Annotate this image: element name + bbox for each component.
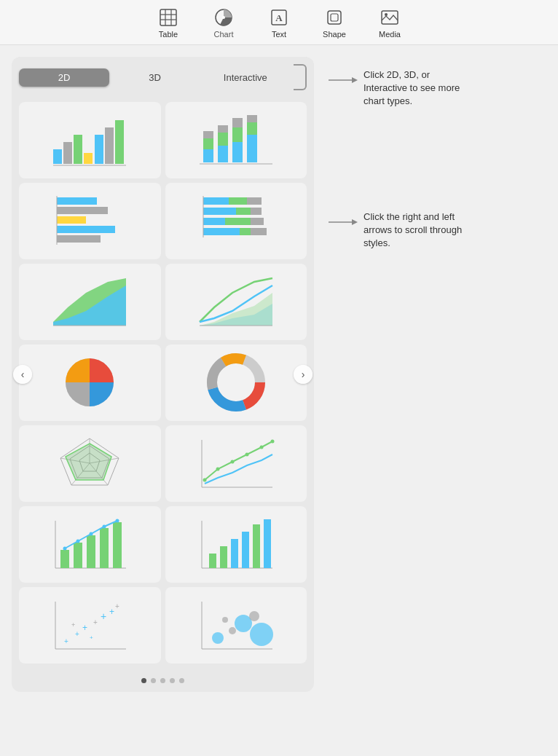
svg-marker-121 (352, 219, 358, 225)
svg-point-74 (216, 468, 219, 471)
svg-rect-37 (57, 226, 115, 233)
toolbar-shape[interactable]: Shape (317, 7, 352, 39)
svg-rect-81 (60, 550, 69, 568)
svg-rect-22 (203, 138, 213, 149)
tab-interactive[interactable]: Interactive (200, 68, 291, 87)
svg-rect-19 (115, 120, 124, 164)
svg-rect-36 (57, 216, 86, 224)
svg-marker-119 (352, 77, 358, 83)
svg-rect-41 (229, 197, 247, 205)
toolbar-table[interactable]: Table (151, 7, 186, 39)
svg-point-88 (90, 532, 93, 536)
chart-grouped-bar[interactable] (19, 102, 161, 178)
svg-point-12 (385, 13, 388, 16)
svg-point-116 (250, 623, 273, 646)
svg-rect-50 (240, 228, 251, 235)
toolbar-media-label: Media (379, 30, 401, 39)
chart-stacked-bar[interactable] (165, 102, 307, 178)
svg-rect-83 (87, 535, 95, 568)
chart-radar[interactable] (19, 425, 161, 502)
svg-point-112 (212, 632, 224, 644)
svg-rect-93 (209, 554, 216, 568)
svg-rect-13 (53, 149, 62, 164)
svg-rect-26 (218, 125, 228, 133)
chart-mixed-bar-line[interactable] (19, 506, 161, 583)
svg-point-115 (249, 611, 259, 621)
dot-2[interactable] (151, 678, 156, 683)
chart-area[interactable] (19, 264, 161, 340)
svg-point-78 (270, 440, 274, 444)
chart-bubble-mixed[interactable] (165, 506, 307, 583)
svg-rect-31 (247, 122, 257, 135)
svg-rect-32 (247, 115, 257, 122)
annotation-top: Click 2D, 3D, or Interactive to see more… (329, 68, 474, 109)
chart-line[interactable] (165, 264, 307, 340)
toolbar-text[interactable]: A Text (262, 7, 296, 39)
chart-line-points[interactable] (165, 425, 307, 502)
svg-point-61 (220, 366, 252, 398)
svg-rect-9 (328, 11, 341, 24)
chart-panel: 2D 3D Interactive (12, 57, 314, 692)
svg-rect-0 (160, 9, 176, 25)
svg-rect-24 (218, 146, 228, 162)
svg-rect-14 (63, 142, 72, 164)
svg-point-87 (76, 540, 80, 543)
chart-stacked-horizontal-bar[interactable] (165, 183, 307, 259)
svg-rect-48 (251, 218, 264, 225)
svg-point-89 (103, 525, 106, 529)
chart-horizontal-bar[interactable] (19, 183, 161, 259)
svg-rect-15 (74, 135, 82, 164)
tab-2d[interactable]: 2D (19, 68, 109, 87)
svg-text:+: + (90, 634, 93, 641)
svg-rect-38 (57, 235, 101, 243)
svg-rect-44 (236, 208, 251, 215)
tab-3d[interactable]: 3D (109, 68, 200, 87)
toolbar-shape-label: Shape (323, 30, 346, 39)
svg-text:A: A (275, 12, 283, 23)
tab-bar-bracket (294, 64, 307, 90)
chart-donut[interactable] (165, 344, 307, 421)
prev-arrow[interactable]: ‹ (13, 365, 32, 384)
dot-3[interactable] (160, 678, 165, 683)
svg-rect-16 (84, 153, 93, 164)
svg-rect-40 (203, 197, 229, 205)
svg-rect-85 (113, 522, 122, 568)
top-toolbar: Table Chart A Text Shape Media (0, 0, 558, 45)
svg-text:+: + (101, 610, 106, 622)
svg-text:+: + (75, 630, 79, 638)
svg-point-86 (63, 547, 67, 551)
svg-text:+: + (64, 637, 68, 645)
svg-rect-94 (220, 546, 227, 568)
svg-rect-30 (247, 135, 257, 162)
svg-rect-84 (100, 528, 109, 568)
toolbar-text-label: Text (272, 30, 286, 39)
svg-point-77 (259, 446, 263, 449)
svg-point-6 (222, 16, 225, 19)
annotation-area: Click 2D, 3D, or Interactive to see more… (314, 57, 474, 692)
svg-rect-95 (231, 539, 238, 568)
svg-rect-10 (331, 14, 338, 21)
svg-rect-49 (203, 228, 240, 235)
dot-1[interactable] (141, 678, 146, 683)
svg-rect-45 (251, 208, 262, 215)
svg-text:+: + (82, 623, 87, 633)
svg-rect-25 (218, 133, 228, 146)
svg-rect-82 (74, 543, 82, 568)
dot-4[interactable] (170, 678, 175, 683)
svg-point-90 (116, 519, 119, 523)
svg-rect-23 (203, 131, 213, 138)
svg-point-117 (222, 617, 228, 623)
toolbar-media[interactable]: Media (372, 7, 407, 39)
next-arrow[interactable]: › (294, 365, 313, 384)
chart-bubble[interactable] (165, 587, 307, 664)
svg-rect-46 (203, 218, 225, 225)
toolbar-chart-label: Chart (214, 30, 234, 39)
annotation-bottom: Click the right and left arrows to scrol… (329, 210, 474, 251)
dot-5[interactable] (179, 678, 184, 683)
toolbar-chart[interactable]: Chart (206, 7, 241, 39)
svg-rect-17 (95, 135, 103, 164)
svg-rect-27 (232, 142, 243, 162)
svg-rect-98 (264, 519, 271, 568)
chart-pie[interactable] (19, 344, 161, 421)
chart-scatter[interactable]: + + + + + + + + + (19, 587, 161, 664)
